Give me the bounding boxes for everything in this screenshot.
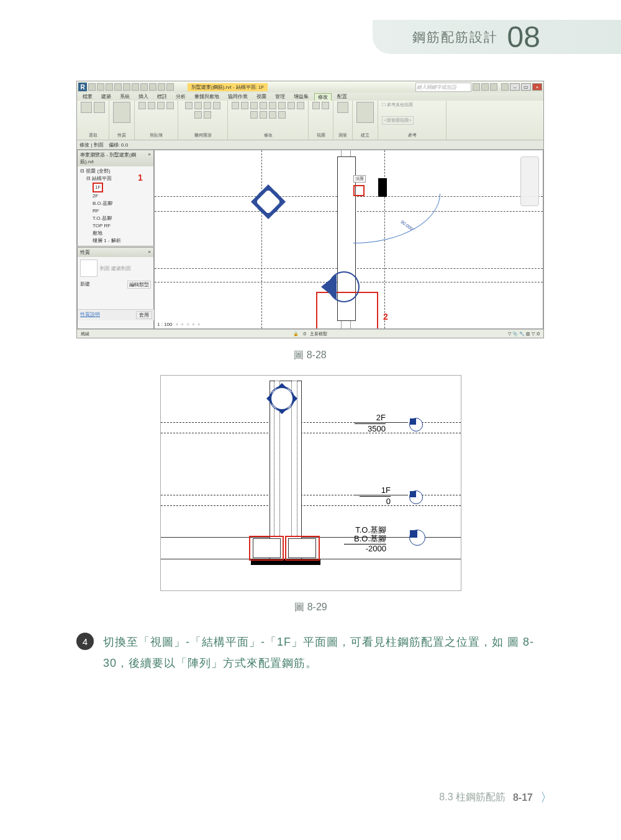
panel-close-icon[interactable]: × xyxy=(148,249,151,256)
sun-icon[interactable]: ▫ xyxy=(187,322,189,327)
qat-undo-icon[interactable] xyxy=(106,83,113,91)
highlight-footing-right xyxy=(285,536,320,561)
cope-icon[interactable] xyxy=(185,102,193,109)
tab-layout[interactable]: 配置 xyxy=(334,93,350,100)
pin-icon[interactable] xyxy=(269,111,276,119)
tab-arch[interactable]: 建築 xyxy=(98,93,114,100)
model-selector[interactable]: 主要模型 xyxy=(310,331,327,337)
figure-8-28: R 別墅建案(鋼筋).rvt - 結構平面: 1F 鍵入關鍵字或短語 – ▭ ×… xyxy=(76,81,544,338)
properties-icon[interactable] xyxy=(113,102,130,123)
tab-view[interactable]: 視圖 xyxy=(253,93,270,100)
create-icon[interactable] xyxy=(356,102,374,123)
filter-icons[interactable]: ▽ 📎 🔧 ▥ ▽ :0 xyxy=(508,332,540,336)
tab-manage[interactable]: 管理 xyxy=(272,93,288,100)
help-icon[interactable] xyxy=(501,83,509,91)
step-number-badge: 4 xyxy=(76,633,94,650)
tab-analyze[interactable]: 分析 xyxy=(173,93,189,100)
tab-system[interactable]: 系統 xyxy=(117,93,133,100)
qat-measure-icon[interactable] xyxy=(132,83,139,91)
detail-icon[interactable]: ▫ xyxy=(176,322,178,327)
view1-icon[interactable] xyxy=(312,102,320,109)
properties-panel[interactable]: 性質× 剖面 建築剖面 新建 編輯類型 性質說明 套用 xyxy=(77,247,154,329)
worksets-icon[interactable]: 🔒 xyxy=(293,332,299,336)
section-head-1[interactable] xyxy=(254,187,283,216)
tree-item-bo[interactable]: B.O.基腳 xyxy=(80,200,151,207)
qat-sheet-icon[interactable] xyxy=(166,83,174,91)
apply-button[interactable]: 套用 xyxy=(136,311,152,319)
split2-icon[interactable] xyxy=(278,102,286,109)
tree-item-2f[interactable]: 2F xyxy=(80,192,151,200)
section-head-2[interactable] xyxy=(329,271,357,300)
copy2-icon[interactable] xyxy=(241,102,248,109)
cut-icon[interactable] xyxy=(148,102,155,109)
delete-icon[interactable] xyxy=(278,111,286,119)
tree-item-to[interactable]: T.O.基腳 xyxy=(80,215,151,222)
props-type: 剖面 建築剖面 xyxy=(100,265,131,272)
revit-logo-icon[interactable]: R xyxy=(78,83,87,91)
qat-text-icon[interactable] xyxy=(140,83,148,91)
array-icon[interactable] xyxy=(288,102,295,109)
tree-item-toprf[interactable]: TOP RF xyxy=(80,222,151,230)
tree-item-site[interactable]: 敷地 xyxy=(80,230,151,237)
qat-print-icon[interactable] xyxy=(123,83,130,91)
join-icon[interactable] xyxy=(204,102,211,109)
rotate-icon[interactable] xyxy=(250,102,258,109)
signin-icon[interactable] xyxy=(490,83,497,91)
tab-file[interactable]: 檔案 xyxy=(79,93,96,100)
project-browser[interactable]: 專案瀏覽器 - 別墅建案(鋼筋).rvt× ⊟ 視圖 (全部) ⊟ 結構平面 1… xyxy=(77,150,154,246)
tree-item-rf[interactable]: RF xyxy=(80,207,151,215)
page-footer: 8.3 柱鋼筋配筋 8-17 〉 xyxy=(439,789,553,806)
tab-addins[interactable]: 增益集 xyxy=(291,93,312,100)
section-marker xyxy=(270,386,297,413)
visual-style-icon[interactable]: ▫ xyxy=(181,322,183,327)
tree-item-1f[interactable]: 1F xyxy=(93,183,103,192)
minimize-button[interactable]: – xyxy=(510,83,520,91)
tree-item-level1[interactable]: 樓層 1 - 解析 xyxy=(80,237,151,245)
shadow-icon[interactable]: ▫ xyxy=(193,322,194,327)
crop-icon[interactable]: ▫ xyxy=(198,322,200,327)
move-icon[interactable] xyxy=(232,102,239,109)
qat-3d-icon[interactable] xyxy=(149,83,156,91)
maximize-button[interactable]: ▭ xyxy=(521,83,531,91)
ribbon-group-view: 視圖 xyxy=(309,101,333,140)
copy-icon[interactable] xyxy=(157,102,165,109)
trim-icon[interactable] xyxy=(260,102,267,109)
figure-8-29: 2F3500 .sv-bub:nth-of-type(1)::after{top… xyxy=(160,375,461,591)
view2-icon[interactable] xyxy=(322,102,329,109)
tab-insert[interactable]: 插入 xyxy=(135,93,152,100)
offset-icon[interactable] xyxy=(260,111,267,119)
view-control-bar[interactable]: 1 : 100 ▫▫▫▫▫ xyxy=(157,322,200,327)
match-icon[interactable] xyxy=(166,102,174,109)
drawing-canvas[interactable]: 2 頂面 90.000° 1 : 100 ▫▫▫▫▫ xyxy=(154,150,543,329)
align-icon[interactable] xyxy=(250,111,258,119)
paint-icon[interactable] xyxy=(204,111,211,119)
modify-icon[interactable] xyxy=(94,102,105,113)
qat-section-icon[interactable] xyxy=(158,83,165,91)
paste-icon[interactable] xyxy=(138,102,146,109)
cut-geom-icon[interactable] xyxy=(194,102,202,109)
options-offset[interactable]: 偏移: 0.0 xyxy=(109,142,129,148)
tab-modify[interactable]: 修改 xyxy=(314,93,332,101)
qat-save-icon[interactable] xyxy=(97,83,104,91)
comm-icon[interactable] xyxy=(473,83,480,91)
cursor-icon[interactable] xyxy=(81,102,92,113)
tab-collab[interactable]: 協同作業 xyxy=(225,93,251,100)
star-icon[interactable] xyxy=(481,83,489,91)
search-input[interactable]: 鍵入關鍵字或短語 xyxy=(415,83,471,92)
tab-annotate[interactable]: 標註 xyxy=(154,93,170,100)
tab-mass[interactable]: 量體與敷地 xyxy=(191,93,222,100)
ref-select[interactable]: <新製圖視圖> xyxy=(382,116,414,125)
demolish-icon[interactable] xyxy=(194,111,202,119)
scale-icon[interactable] xyxy=(297,102,304,109)
qat-redo-icon[interactable] xyxy=(114,83,122,91)
panel-close-icon[interactable]: × xyxy=(148,151,151,165)
edit-type-button[interactable]: 編輯類型 xyxy=(127,281,151,289)
ref-checkbox[interactable]: ☐ 參考其他視圖 xyxy=(382,102,413,108)
props-help-link[interactable]: 性質說明 xyxy=(80,311,100,319)
split-icon[interactable] xyxy=(213,102,220,109)
close-button[interactable]: × xyxy=(532,83,542,91)
mirror-icon[interactable] xyxy=(269,102,276,109)
qat-open-icon[interactable] xyxy=(88,83,96,91)
view-navigator[interactable] xyxy=(520,156,539,206)
measure2-icon[interactable] xyxy=(337,102,348,113)
